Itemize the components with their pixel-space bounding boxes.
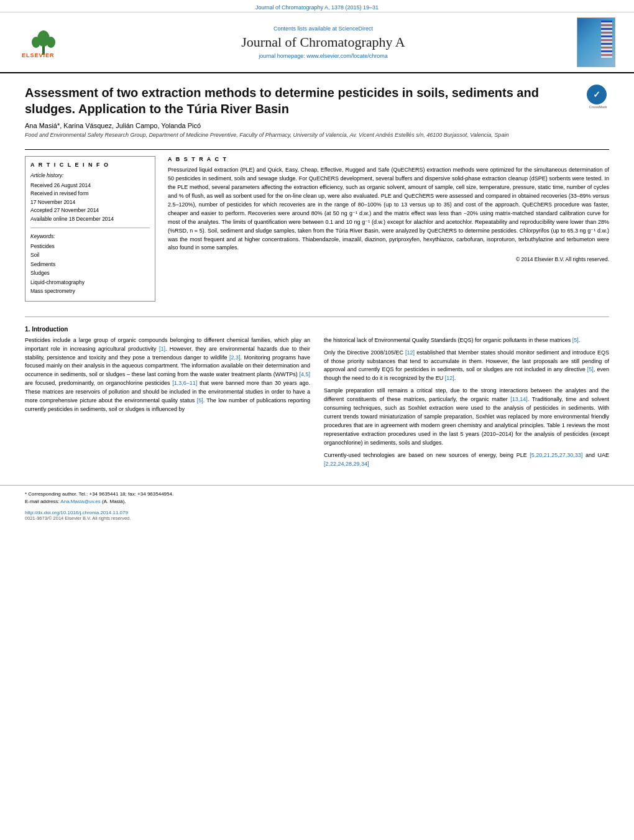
accepted-date: Accepted 27 November 2014 — [30, 207, 99, 213]
footer-section: * * Corresponding author. Tel.: +34 9635… — [0, 485, 634, 525]
ref-ple: [5,20,21,25,27,30,33] — [530, 452, 582, 458]
footnote: * * Corresponding author. Tel.: +34 9635… — [25, 491, 609, 505]
article-info-heading: A R T I C L E I N F O — [30, 162, 150, 168]
email-suffix: (A. Masiá). — [101, 499, 126, 504]
journal-homepage: journal homepage: www.elsevier.com/locat… — [75, 53, 572, 59]
and-text: and — [586, 452, 595, 458]
ref-4-5: [4,5] — [299, 371, 310, 377]
keywords-label: Keywords: — [30, 232, 150, 241]
crossmark-badge: ✓ CrossMark — [587, 85, 609, 107]
copyright-line: © 2014 Elsevier B.V. All rights reserved… — [168, 256, 609, 262]
body-col-right: the historical lack of Environmental Qua… — [324, 336, 609, 473]
article-title-text: Assessment of two extraction methods to … — [25, 85, 581, 143]
article-title: Assessment of two extraction methods to … — [25, 85, 581, 117]
header-section: ELSEVIER Contents lists available at Sci… — [0, 12, 634, 73]
ref-5a: [5] — [197, 397, 203, 404]
crossmark-label: CrossMark — [587, 105, 609, 109]
header-center: Contents lists available at ScienceDirec… — [75, 25, 572, 59]
received-date: Received 26 August 2014 — [30, 182, 91, 188]
page: Journal of Chromatography A, 1378 (2015)… — [0, 0, 634, 840]
section-title-introduction: 1. Introduction — [25, 326, 609, 333]
keyword-4: Sludges — [30, 269, 150, 277]
available-date: Available online 18 December 2014 — [30, 216, 114, 222]
intro-para-4: Sample preparation still remains a criti… — [324, 387, 609, 448]
svg-text:ELSEVIER: ELSEVIER — [22, 52, 55, 58]
intro-para-5: Currently-used technologies are based on… — [324, 451, 609, 469]
body-two-col: Pesticides include a large group of orga… — [25, 336, 609, 473]
ref-13-14: [13,14] — [510, 396, 528, 402]
main-content: Assessment of two extraction methods to … — [0, 73, 634, 479]
keyword-2: Soil — [30, 251, 150, 259]
keywords-box: Keywords: Pesticides Soil Sediments Slud… — [30, 232, 150, 296]
ref-12b: [12] — [445, 375, 454, 381]
keyword-1: Pesticides — [30, 242, 150, 251]
intro-para-3: Only the Directive 2008/105/EC [12] esta… — [324, 349, 609, 384]
keyword-6: Mass spectrometry — [30, 287, 150, 295]
doi-link[interactable]: http://dx.doi.org/10.1016/j.chroma.2014.… — [25, 510, 128, 515]
affiliation: Food and Environmental Safety Research G… — [25, 132, 581, 138]
email-address[interactable]: Ana.Masia@uv.es — [60, 499, 100, 504]
journal-cover — [572, 17, 615, 67]
body-col-left: Pesticides include a large group of orga… — [25, 336, 310, 473]
section-divider — [25, 316, 609, 317]
abstract-heading: A B S T R A C T — [168, 156, 609, 162]
email-label: E-mail address: — [25, 499, 60, 504]
history-label: Article history: — [30, 172, 150, 180]
ref-5c: [5] — [587, 366, 594, 372]
ref-1: [1] — [159, 346, 165, 352]
ref-1-3-6-11: [1,3,6–11] — [172, 380, 197, 386]
keyword-5: Liquid-chromatography — [30, 278, 150, 287]
ref-12a: [12] — [405, 349, 415, 356]
journal-title: Journal of Chromatography A — [75, 34, 572, 50]
abstract-text: Pressurized liquid extraction (PLE) and … — [168, 166, 609, 252]
ref-uae: [2,22,24,28,29,34] — [324, 461, 369, 467]
journal-reference: Journal of Chromatography A, 1378 (2015)… — [255, 4, 379, 11]
intro-para-1: Pesticides include a large group of orga… — [25, 336, 310, 414]
elsevier-logo: ELSEVIER — [19, 25, 75, 60]
authors: Ana Masiá*, Karina Vásquez, Julián Campo… — [25, 122, 581, 129]
svg-point-3 — [47, 37, 55, 48]
article-info-abstract: A R T I C L E I N F O Article history: R… — [25, 156, 609, 308]
issn-line: 0021-9673/© 2014 Elsevier B.V. All right… — [25, 515, 609, 521]
article-title-section: Assessment of two extraction methods to … — [25, 85, 609, 150]
article-info-box: A R T I C L E I N F O Article history: R… — [25, 156, 155, 302]
svg-point-2 — [32, 37, 40, 48]
keyword-3: Sediments — [30, 260, 150, 269]
left-column: A R T I C L E I N F O Article history: R… — [25, 156, 155, 308]
sciencedirect-line: Contents lists available at ScienceDirec… — [75, 25, 572, 32]
ref-5b: [5] — [572, 337, 579, 343]
crossmark-icon: ✓ — [587, 85, 607, 104]
intro-para-2: the historical lack of Environmental Qua… — [324, 336, 609, 345]
article-history: Article history: Received 26 August 2014… — [30, 172, 150, 228]
revised-date: Received in revised form — [30, 190, 89, 196]
right-column: A B S T R A C T Pressurized liquid extra… — [168, 156, 609, 308]
top-bar: Journal of Chromatography A, 1378 (2015)… — [0, 0, 634, 12]
cover-image — [577, 17, 615, 67]
ref-2-3: [2,3] — [229, 354, 241, 361]
